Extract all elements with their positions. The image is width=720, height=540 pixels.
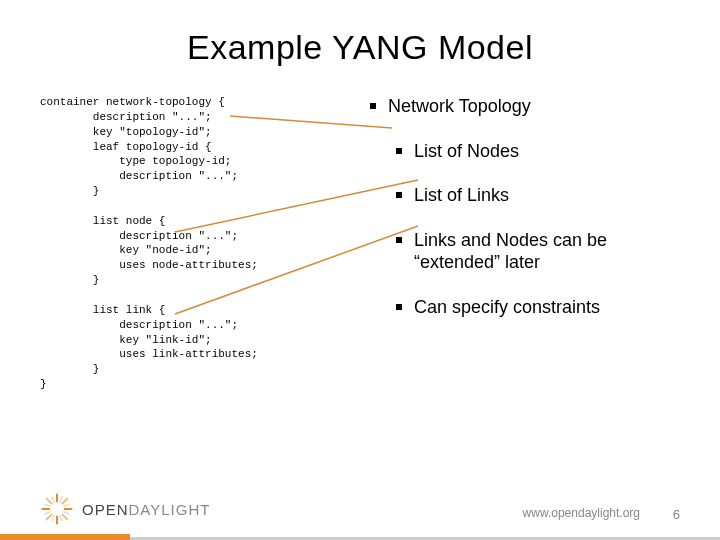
bullet-text: List of Nodes bbox=[414, 140, 519, 163]
square-bullet-icon bbox=[396, 304, 402, 310]
bullets-column: Network Topology List of Nodes List of L… bbox=[370, 95, 680, 392]
svg-rect-18 bbox=[63, 511, 70, 515]
svg-rect-12 bbox=[51, 515, 55, 522]
bullet-text: List of Links bbox=[414, 184, 509, 207]
footer: OPENDAYLIGHT www.opendaylight.org 6 bbox=[0, 484, 720, 540]
bullet-text: Can specify constraints bbox=[414, 296, 600, 319]
svg-rect-13 bbox=[51, 496, 55, 503]
svg-rect-5 bbox=[42, 508, 51, 510]
footer-url: www.opendaylight.org bbox=[523, 506, 640, 520]
svg-rect-4 bbox=[56, 516, 58, 525]
content-row: container network-topology { description… bbox=[40, 95, 680, 392]
slide: Example YANG Model container network-top… bbox=[0, 0, 720, 540]
opendaylight-starburst-icon bbox=[40, 492, 74, 526]
brand-logo: OPENDAYLIGHT bbox=[40, 492, 210, 526]
bullet-row: Network Topology bbox=[370, 95, 680, 118]
svg-rect-8 bbox=[46, 513, 53, 520]
slide-title: Example YANG Model bbox=[40, 28, 680, 67]
svg-rect-14 bbox=[59, 515, 63, 522]
brand-wordmark: OPENDAYLIGHT bbox=[82, 501, 210, 518]
footer-accent-bar bbox=[0, 534, 130, 540]
svg-rect-3 bbox=[56, 494, 58, 503]
svg-rect-15 bbox=[63, 503, 70, 507]
svg-rect-9 bbox=[46, 498, 53, 505]
square-bullet-icon bbox=[370, 103, 376, 109]
bullet-row: Links and Nodes can be “extended” later bbox=[370, 229, 680, 274]
bullet-row: List of Nodes bbox=[370, 140, 680, 163]
bullet-row: Can specify constraints bbox=[370, 296, 680, 319]
bullet-text: Network Topology bbox=[388, 95, 531, 118]
svg-rect-17 bbox=[44, 503, 51, 507]
brand-daylight: DAYLIGHT bbox=[129, 501, 211, 518]
svg-rect-6 bbox=[64, 508, 73, 510]
code-block: container network-topology { description… bbox=[40, 95, 360, 392]
bullet-row: List of Links bbox=[370, 184, 680, 207]
square-bullet-icon bbox=[396, 192, 402, 198]
bullet-text: Links and Nodes can be “extended” later bbox=[414, 229, 680, 274]
svg-rect-10 bbox=[61, 513, 68, 520]
brand-open: OPEN bbox=[82, 501, 129, 518]
svg-rect-16 bbox=[44, 511, 51, 515]
square-bullet-icon bbox=[396, 237, 402, 243]
svg-rect-7 bbox=[61, 498, 68, 505]
square-bullet-icon bbox=[396, 148, 402, 154]
page-number: 6 bbox=[673, 507, 680, 522]
svg-rect-11 bbox=[59, 496, 63, 503]
